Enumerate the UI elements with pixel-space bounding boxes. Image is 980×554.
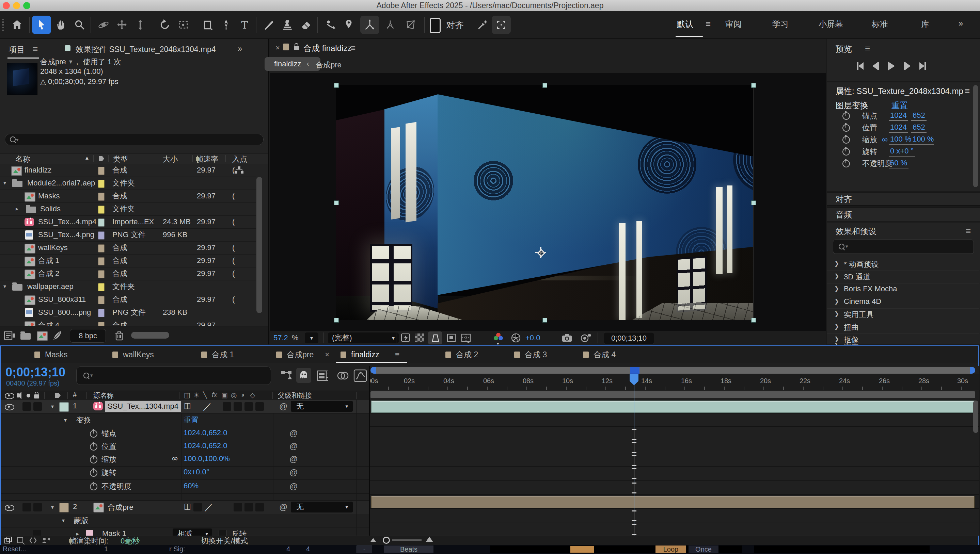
expand-in-out-icon[interactable] [29, 536, 37, 544]
layer1-duration-bar[interactable] [371, 401, 975, 413]
threed-switch-icon[interactable]: ◇ [250, 391, 255, 399]
toggle-switches-modes-button[interactable]: 切换开关/模式 [201, 536, 248, 546]
prop-value[interactable]: 1024 [889, 111, 908, 121]
breadcrumb-parent[interactable]: 合成pre [316, 60, 342, 70]
breadcrumb-current[interactable]: finaldizz [274, 60, 301, 68]
sort-ascending-icon[interactable]: ▲ [85, 155, 89, 161]
project-row-wallkeys[interactable]: wallKeys 合成 29.97 ( [0, 241, 256, 255]
parent-dropdown[interactable]: 无▾ [291, 401, 353, 412]
selection-handle[interactable] [334, 318, 339, 323]
group-label[interactable]: 变换 [76, 415, 91, 425]
mini-flowchart-icon[interactable] [234, 166, 244, 175]
brush-tool[interactable] [260, 16, 279, 34]
timeline-search-input[interactable]: ▾ [76, 366, 271, 385]
column-label-icon[interactable] [99, 156, 104, 161]
label-column-icon[interactable] [55, 393, 61, 398]
stopwatch-icon[interactable] [90, 456, 97, 463]
audio-column-icon[interactable] [17, 393, 19, 398]
breadcrumb-current-chip[interactable]: finaldizz ‹ [265, 57, 321, 71]
effects-category[interactable]: ❯Boris FX Mocha [827, 283, 979, 296]
project-row-ssu-mp4[interactable]: SSU_Tex...4.mp4 Importe...EX 24.3 MB 29.… [0, 215, 256, 229]
draft-3d-button[interactable] [296, 368, 311, 383]
workspace-overflow-chevron[interactable]: » [959, 19, 963, 28]
project-row-wallpaper[interactable]: ▾ wallpaper.aep 文件夹 [0, 280, 256, 293]
project-horizontal-scrollbar[interactable] [131, 332, 169, 339]
align-panel-header[interactable]: 对齐 [827, 193, 980, 205]
shy-toggle[interactable]: ◫ [184, 401, 191, 410]
fast-preview-icon[interactable] [401, 333, 411, 343]
orbit-camera-tool[interactable] [94, 16, 113, 34]
solo-column-icon[interactable] [27, 394, 30, 398]
last-frame-button[interactable] [919, 62, 926, 70]
effects-category[interactable]: ❯3D 通道 [827, 271, 979, 283]
layer-source-name[interactable]: SSU_Tex...1304.mp4 [105, 401, 181, 412]
panel-grip[interactable] [2, 19, 4, 32]
mask-visibility-toggle[interactable] [33, 530, 41, 536]
transparency-grid-icon[interactable] [415, 333, 424, 342]
timeline-tab[interactable]: 合成pre [276, 346, 314, 363]
anchor-property-row[interactable]: 锚点 1024.0,652.0 @ [1, 427, 369, 440]
expand-render-icon[interactable] [41, 536, 50, 544]
expander-down-icon[interactable]: ▾ [3, 177, 6, 189]
property-label[interactable]: 锚点 [102, 428, 117, 439]
timeline-tab[interactable]: Masks [34, 346, 67, 363]
preview-menu-icon[interactable]: ≡ [865, 44, 870, 53]
shy-switch-icon[interactable]: ◫ [184, 391, 190, 399]
effects-category[interactable]: ❯实用工具 [827, 308, 979, 321]
collapse-group-icon[interactable]: ▾ [64, 417, 67, 423]
selection-handle[interactable] [543, 83, 547, 88]
item-name[interactable]: 合成 4 [38, 319, 59, 326]
video-column-icon[interactable] [5, 393, 14, 399]
expand-layers-icon[interactable] [16, 536, 25, 544]
pickwhip-icon[interactable]: @ [289, 428, 298, 438]
effects-category[interactable]: ❯Cinema 4D [827, 296, 979, 309]
layer-anchor-point[interactable] [535, 247, 546, 258]
prop-value[interactable]: 100 % [889, 135, 911, 145]
color-depth-button[interactable]: 8 bpc [70, 329, 106, 343]
workspace-menu-icon[interactable]: ≡ [705, 19, 711, 28]
selection-handle[interactable] [751, 201, 756, 205]
navigator-start-handle[interactable] [370, 367, 376, 374]
effects-category[interactable]: ❯文本 [827, 340, 979, 345]
next-frame-button[interactable] [904, 62, 911, 70]
property-value[interactable]: 0x+0.0° [184, 468, 209, 476]
pickwhip-icon[interactable]: @ [289, 454, 298, 464]
audio-toggle[interactable] [22, 402, 31, 411]
label-color-chip[interactable] [98, 167, 105, 175]
puppet-pin-tool[interactable] [339, 16, 358, 34]
adjustment-feather-icon[interactable] [52, 330, 63, 341]
reset-link[interactable]: 重置 [184, 415, 198, 425]
project-vertical-scrollbar[interactable] [256, 177, 262, 313]
quality-toggle[interactable]: ／ [203, 401, 212, 412]
column-size[interactable]: 大小 [163, 154, 178, 164]
workspace-tab-library[interactable]: 库 [921, 19, 929, 30]
lock-icon[interactable] [294, 46, 299, 50]
navigator-playhead-marker[interactable] [630, 367, 640, 374]
mask1-row[interactable]: ▸ Mask 1 相减▾ 反转 [1, 528, 369, 536]
stopwatch-icon[interactable] [843, 136, 850, 143]
expander-right-icon[interactable]: ▸ [76, 530, 79, 536]
stopwatch-icon[interactable] [843, 148, 850, 156]
resolution-dropdown[interactable]: (完整) ▾ [328, 333, 399, 343]
prop-value[interactable]: 1024 [889, 123, 908, 133]
exposure-shutter-icon[interactable] [511, 333, 521, 343]
scale-property-row[interactable]: 缩放 ∞ 100.0,100.0% @ [1, 453, 369, 466]
project-row-masks[interactable]: Masks 合成 29.97 ( [0, 189, 256, 203]
expander-right-icon[interactable]: ▸ [16, 202, 18, 215]
timeline-zoom-slider[interactable] [392, 540, 421, 541]
project-row-comp2[interactable]: 合成 2 合成 29.97 ( [0, 267, 256, 280]
selection-tool[interactable] [32, 16, 51, 34]
mini-flowchart-icon[interactable] [281, 370, 293, 382]
shy-toggle[interactable]: ◫ [184, 502, 191, 511]
time-ruler[interactable]: 0:00s 02s 04s 06s 08s 10s 12s 14s 16s 18… [370, 374, 979, 390]
pickwhip-icon[interactable]: @ [279, 502, 287, 512]
view-axis-mode-button[interactable] [401, 16, 420, 34]
rectangle-tool[interactable] [198, 16, 217, 34]
pickwhip-icon[interactable]: @ [289, 441, 298, 451]
eye-icon[interactable] [5, 505, 14, 511]
label-color-chip[interactable] [98, 193, 105, 201]
navigator-end-handle[interactable] [970, 367, 975, 374]
world-axis-mode-button[interactable] [381, 16, 400, 34]
label-color-chip[interactable] [98, 283, 105, 291]
fx-toggle[interactable] [223, 402, 231, 411]
